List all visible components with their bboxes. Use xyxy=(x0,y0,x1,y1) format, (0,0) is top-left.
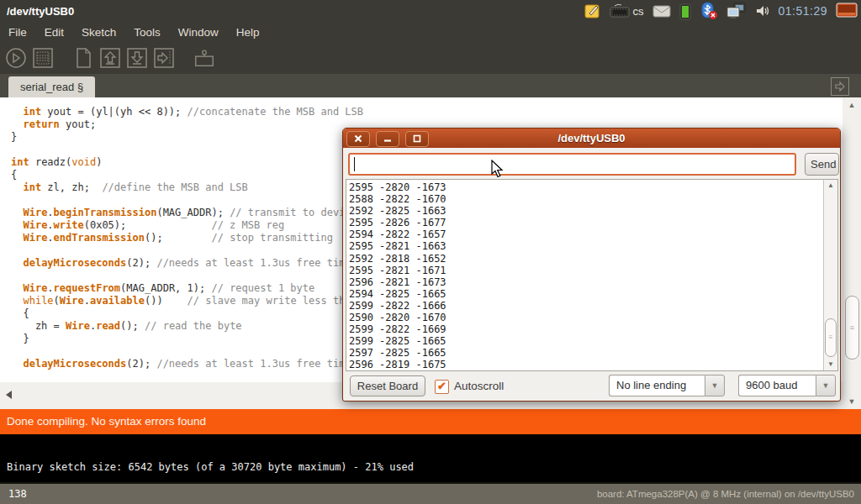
save-sketch-button[interactable] xyxy=(126,47,148,69)
scroll-left-icon[interactable] xyxy=(6,391,12,399)
serial-input[interactable] xyxy=(348,153,796,176)
menu-help[interactable]: Help xyxy=(236,26,260,39)
autoscroll-checkbox[interactable]: ✔ xyxy=(435,380,449,394)
volume-icon[interactable] xyxy=(755,3,770,18)
serial-monitor-window: /dev/ttyUSB0 Send 2595 -2820 -16732588 -… xyxy=(342,128,841,402)
scroll-down-icon[interactable]: ▼ xyxy=(843,396,861,407)
serial-row: 2594 -2822 -1657 xyxy=(349,228,446,240)
serial-output-area[interactable]: 2595 -2820 -16732588 -2822 -16702592 -28… xyxy=(346,179,838,371)
serial-rows: 2595 -2820 -16732588 -2822 -16702592 -28… xyxy=(349,181,446,371)
serial-row: 2599 -2822 -1669 xyxy=(349,323,446,335)
serial-row: 2595 -2821 -1671 xyxy=(349,265,446,276)
new-sketch-button[interactable] xyxy=(72,47,94,69)
compile-status-bar: Done compiling. No syntax errors found xyxy=(0,409,861,434)
note-icon[interactable] xyxy=(584,3,601,19)
clock[interactable]: 01:51:29 xyxy=(779,4,828,18)
chevron-down-icon[interactable]: ▼ xyxy=(705,375,725,396)
keyboard-layout-label[interactable]: cs xyxy=(633,5,644,18)
serial-monitor-title: /dev/ttyUSB0 xyxy=(343,129,840,148)
serial-row: 2596 -2819 -1675 xyxy=(349,359,446,370)
tab-bar: serial_read § xyxy=(0,74,861,97)
editor-scrollbar-thumb[interactable]: ≡ xyxy=(845,296,859,360)
line-number: 138 xyxy=(8,488,27,500)
verify-button[interactable] xyxy=(5,47,27,69)
ide-toolbar xyxy=(0,42,861,74)
serial-row: 2588 -2822 -1670 xyxy=(349,193,446,205)
serial-monitor-button[interactable] xyxy=(193,47,215,69)
screen: /dev/ttyUSB0 cs 01:51:29 File Edit Sketc… xyxy=(0,0,861,504)
editor-vertical-scrollbar[interactable]: ▲ ≡ ▼ xyxy=(843,97,861,409)
chevron-down-icon[interactable]: ▼ xyxy=(816,375,836,396)
open-sketch-button[interactable] xyxy=(99,47,121,69)
stop-button[interactable] xyxy=(32,47,54,69)
upload-button[interactable] xyxy=(153,47,175,69)
scroll-up-icon[interactable]: ▲ xyxy=(824,181,837,191)
serial-row: 2590 -2820 -1670 xyxy=(349,312,446,323)
menu-edit[interactable]: Edit xyxy=(45,26,64,39)
autoscroll-label: Autoscroll xyxy=(454,380,504,392)
power-display-icon[interactable] xyxy=(836,3,858,19)
serial-row: 2592 -2818 -1652 xyxy=(349,253,446,265)
menu-file[interactable]: File xyxy=(8,26,27,39)
tab-serial-read[interactable]: serial_read § xyxy=(8,76,95,97)
ide-footer: 138 board: ATmega328P(A) @ 8 MHz (intern… xyxy=(0,482,861,504)
keyboard-layout-icon[interactable] xyxy=(610,3,630,18)
network-icon[interactable] xyxy=(726,3,747,19)
menu-tools[interactable]: Tools xyxy=(134,26,161,39)
board-info: board: ATmega328P(A) @ 8 MHz (internal) … xyxy=(597,489,854,499)
battery-icon[interactable] xyxy=(679,3,691,20)
baud-rate-value: 9600 baud xyxy=(738,375,816,396)
menubar: File Edit Sketch Tools Window Help xyxy=(0,22,861,42)
line-ending-value: No line ending xyxy=(609,375,705,396)
serial-monitor-titlebar[interactable]: /dev/ttyUSB0 xyxy=(343,129,840,148)
tab-menu-icon[interactable] xyxy=(831,77,849,96)
scroll-down-icon[interactable]: ▼ xyxy=(824,360,837,370)
bluetooth-off-icon[interactable] xyxy=(700,2,718,20)
serial-row: 2595 -2821 -1663 xyxy=(349,240,446,252)
system-tray: cs 01:51:29 xyxy=(584,2,861,20)
mail-icon[interactable] xyxy=(652,5,671,18)
baud-rate-select[interactable]: 9600 baud ▼ xyxy=(738,375,836,396)
code-line: int yout = (yl|(yh << 8)); //concatenate… xyxy=(11,106,843,118)
console-output: Binary sketch size: 6542 bytes (of a 307… xyxy=(7,461,414,473)
line-ending-select[interactable]: No line ending ▼ xyxy=(609,375,725,396)
serial-row: 2594 -2825 -1665 xyxy=(349,288,446,300)
menu-sketch[interactable]: Sketch xyxy=(82,26,116,39)
serial-row: 2597 -2825 -1665 xyxy=(349,347,446,359)
text-caret xyxy=(354,157,355,171)
serial-row: 2592 -2825 -1663 xyxy=(349,205,446,217)
menu-window[interactable]: Window xyxy=(178,26,219,39)
serial-row: 2595 -2826 -1677 xyxy=(349,217,446,228)
mouse-cursor xyxy=(491,160,504,181)
build-console: Binary sketch size: 6542 bytes (of a 307… xyxy=(0,434,861,482)
serial-scrollbar-thumb[interactable]: ≡ xyxy=(825,318,837,357)
desktop-top-panel: /dev/ttyUSB0 cs 01:51:29 xyxy=(0,0,861,22)
serial-row: 2599 -2822 -1666 xyxy=(349,300,446,312)
serial-row: 2595 -2820 -1673 xyxy=(349,181,446,193)
send-button[interactable]: Send xyxy=(805,153,839,176)
scroll-up-icon[interactable]: ▲ xyxy=(843,99,861,111)
serial-row: 2596 -2821 -1673 xyxy=(349,276,446,288)
serial-row: 2599 -2825 -1665 xyxy=(349,335,446,347)
window-title: /dev/ttyUSB0 xyxy=(0,5,74,18)
reset-board-button[interactable]: Reset Board xyxy=(350,375,425,396)
serial-scrollbar[interactable]: ▲ ≡ ▼ xyxy=(823,180,837,370)
